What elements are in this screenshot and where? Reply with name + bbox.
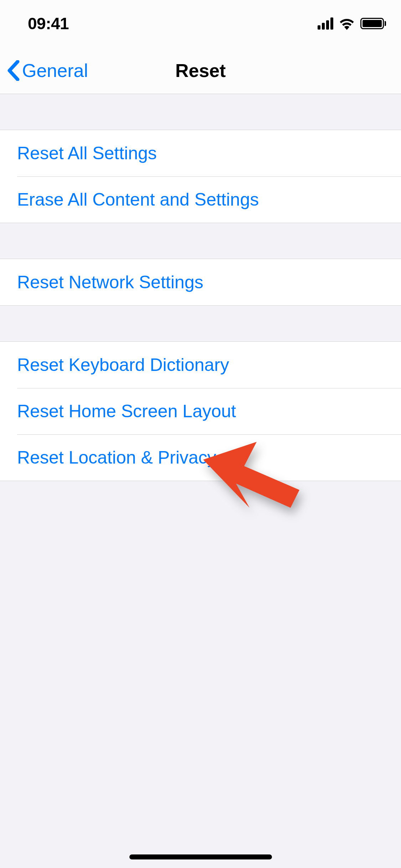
- home-indicator[interactable]: [129, 854, 272, 859]
- chevron-left-icon: [7, 60, 20, 81]
- row-label: Erase All Content and Settings: [17, 189, 259, 210]
- row-erase-all-content[interactable]: Erase All Content and Settings: [0, 176, 401, 223]
- nav-bar: General Reset: [0, 47, 401, 94]
- row-label: Reset Keyboard Dictionary: [17, 355, 229, 375]
- status-time: 09:41: [28, 14, 69, 33]
- row-reset-location-privacy[interactable]: Reset Location & Privacy: [0, 434, 401, 481]
- row-reset-keyboard-dictionary[interactable]: Reset Keyboard Dictionary: [0, 342, 401, 388]
- section-reset-main: Reset All Settings Erase All Content and…: [0, 130, 401, 223]
- section-reset-network: Reset Network Settings: [0, 259, 401, 306]
- row-label: Reset Home Screen Layout: [17, 401, 236, 422]
- row-reset-home-screen-layout[interactable]: Reset Home Screen Layout: [0, 388, 401, 434]
- battery-icon: [360, 18, 386, 29]
- section-reset-other: Reset Keyboard Dictionary Reset Home Scr…: [0, 341, 401, 481]
- row-label: Reset Network Settings: [17, 272, 203, 293]
- section-gap: [0, 306, 401, 341]
- section-gap: [0, 223, 401, 259]
- cellular-signal-icon: [318, 17, 333, 30]
- status-bar: 09:41: [0, 0, 401, 47]
- status-icons: [318, 17, 386, 30]
- back-label: General: [22, 60, 88, 81]
- wifi-icon: [338, 17, 355, 30]
- row-reset-all-settings[interactable]: Reset All Settings: [0, 130, 401, 176]
- row-reset-network-settings[interactable]: Reset Network Settings: [0, 259, 401, 305]
- back-button[interactable]: General: [7, 60, 88, 81]
- page-title: Reset: [175, 60, 226, 81]
- section-gap: [0, 94, 401, 130]
- row-label: Reset Location & Privacy: [17, 447, 216, 468]
- row-label: Reset All Settings: [17, 143, 157, 164]
